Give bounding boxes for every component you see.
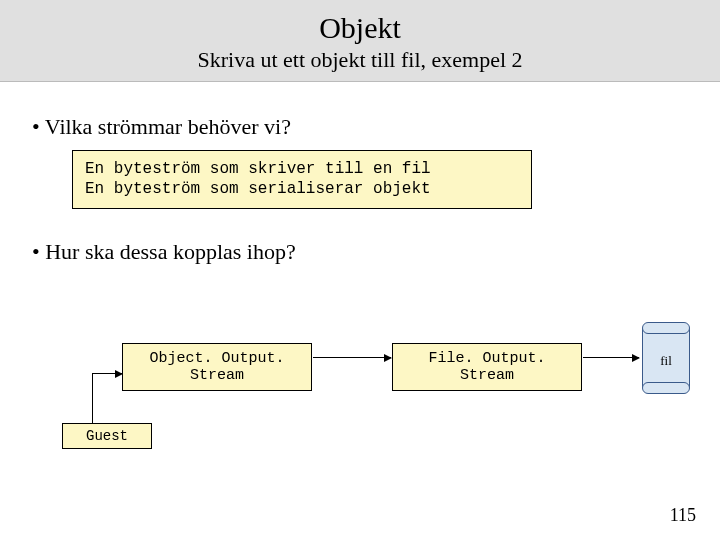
flow-diagram: Object. Output. Stream File. Output. Str… [32,305,688,475]
node-file-output-stream: File. Output. Stream [392,343,582,391]
node-guest: Guest [62,423,152,449]
code-box: En byteström som skriver till en fil En … [72,150,532,210]
connector-into-oos [92,373,122,374]
bullet-2: Hur ska dessa kopplas ihop? [32,239,688,265]
bullet-1: Vilka strömmar behöver vi? [32,114,688,140]
file-label: fil [642,353,690,369]
connector-vertical [92,373,93,423]
node-object-output-stream: Object. Output. Stream [122,343,312,391]
slide-body: Vilka strömmar behöver vi? En byteström … [0,82,720,476]
arrow-fos-to-file [583,357,639,358]
slide-subtitle: Skriva ut ett objekt till fil, exempel 2 [0,46,720,75]
slide-title: Objekt [0,10,720,46]
slide-header: Objekt Skriva ut ett objekt till fil, ex… [0,0,720,82]
page-number: 115 [670,505,696,526]
arrow-oos-to-fos [313,357,391,358]
